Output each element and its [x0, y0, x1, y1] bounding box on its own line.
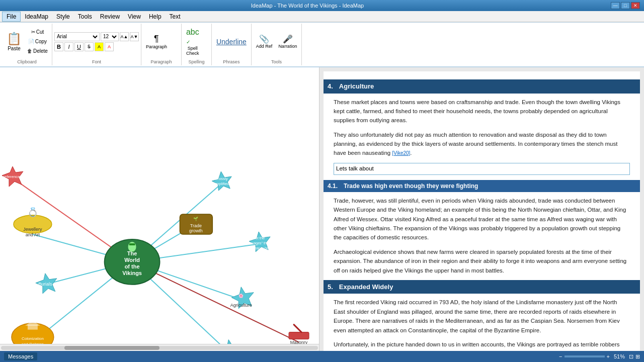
section5-para1: The first recorded Viking raid occurred … — [334, 298, 630, 335]
font-family-select[interactable]: Arial — [54, 32, 100, 41]
subsection41-title: Trade was high even though they were fig… — [344, 182, 478, 191]
paragraph-label: Paragraph — [143, 58, 179, 64]
menu-help[interactable]: Help — [145, 12, 166, 21]
fit-page-button[interactable]: ⊡ — [629, 353, 633, 360]
svg-text:simplified: simplified — [213, 182, 229, 186]
delete-button[interactable]: 🗑 Delete — [25, 47, 50, 56]
paste-button[interactable]: 📋 Paste — [4, 29, 24, 55]
svg-text:🌱: 🌱 — [193, 216, 198, 221]
svg-text:World: World — [124, 257, 140, 263]
ribbon: 📋 Paste ✂ Cut 📄 Copy 🗑 Delete — [0, 22, 644, 67]
tools-label: Tools — [254, 58, 300, 64]
section5-heading: 5. Expanded Widely — [324, 280, 640, 294]
menu-tools[interactable]: Tools — [74, 12, 96, 21]
svg-text:🌸: 🌸 — [238, 293, 244, 298]
narration-button[interactable]: 🎤 Narration — [276, 29, 299, 55]
svg-text:appear to be: appear to be — [249, 246, 269, 250]
svg-text:and Art: and Art — [26, 232, 40, 237]
bold-button[interactable]: B — [54, 42, 63, 51]
underline-icon: Underline — [216, 38, 247, 46]
font-color-button[interactable]: A — [105, 42, 114, 51]
app-title: IdeaMap - The World of the Vikings - Ide… — [4, 3, 611, 9]
scroll-track[interactable] — [1, 346, 318, 350]
menu-bar: File IdeaMap Style Tools Review View Hel… — [0, 11, 644, 22]
menu-view[interactable]: View — [124, 12, 145, 21]
messages-button[interactable]: Messages — [4, 352, 37, 360]
menu-text[interactable]: Text — [166, 12, 185, 21]
cut-button[interactable]: ✂ Cut — [25, 28, 50, 37]
section4-heading: 4. Agriculture — [324, 79, 640, 94]
status-bar: Messages − + 51% ⊡ ⊞ — [0, 351, 644, 362]
cut-icon: ✂ — [31, 29, 35, 35]
phrases-label: Phrases — [214, 58, 249, 64]
svg-text:Not the: Not the — [253, 236, 265, 240]
svg-text:growth: growth — [189, 228, 203, 233]
highlight-button[interactable]: A — [95, 42, 104, 51]
underline-button[interactable]: U — [74, 42, 84, 51]
ribbon-group-clipboard: 📋 Paste ✂ Cut 📄 Copy 🗑 Delete — [2, 24, 52, 65]
section4-num: 4. — [328, 81, 333, 92]
ribbon-group-paragraph: ¶ Paragraph Paragraph — [141, 24, 182, 65]
section5-title: Expanded Widely — [339, 282, 393, 292]
menu-style[interactable]: Style — [52, 12, 74, 21]
svg-text:Vikings: Vikings — [122, 270, 142, 276]
horizontal-scrollbar[interactable] — [0, 344, 319, 351]
zoom-page-button[interactable]: ⊞ — [635, 353, 640, 360]
document-content: 4. Agriculture These market places and t… — [324, 71, 640, 351]
subsection41-para2: Archaeological evidence shows that new f… — [334, 247, 630, 275]
increase-font-button[interactable]: A▲ — [120, 32, 129, 41]
zoom-out-button[interactable]: − — [559, 353, 562, 359]
menu-review[interactable]: Review — [96, 12, 124, 21]
subsection41-para1: Trade, however, was still plentiful, eve… — [334, 196, 630, 242]
underline-ribbon-button[interactable]: Underline — [214, 29, 249, 55]
title-bar: IdeaMap - The World of the Vikings - Ide… — [0, 0, 644, 11]
maximize-button[interactable]: □ — [621, 2, 630, 9]
spell-check-button[interactable]: abc✓ SpellCheck — [184, 29, 202, 55]
add-ref-icon: 📎 — [259, 34, 269, 44]
delete-icon: 🗑 — [27, 48, 32, 54]
edit-area[interactable]: Lets talk about — [334, 163, 630, 175]
svg-rect-17 — [129, 243, 135, 245]
section4-para1: These market places and towns were based… — [334, 98, 630, 125]
narration-icon: 🎤 — [283, 34, 293, 44]
italic-button[interactable]: I — [64, 42, 73, 51]
font-size-select[interactable]: 12 — [101, 32, 119, 41]
menu-ideamap[interactable]: IdeaMap — [21, 12, 52, 21]
paragraph-icon: ¶ — [154, 34, 159, 44]
section5-para2: Unfortunately, in the picture handed dow… — [334, 340, 630, 351]
add-ref-button[interactable]: 📎 Add Ref — [254, 29, 275, 55]
zoom-in-button[interactable]: + — [607, 353, 610, 359]
close-button[interactable]: ✕ — [631, 2, 640, 9]
svg-text:Agriculture: Agriculture — [230, 303, 252, 308]
svg-text:Colonization: Colonization — [22, 336, 44, 341]
scroll-thumb[interactable] — [64, 346, 159, 350]
document-pane[interactable]: 4. Agriculture These market places and t… — [319, 67, 644, 351]
paragraph-button[interactable]: ¶ Paragraph — [143, 29, 170, 55]
ribbon-content: 📋 Paste ✂ Cut 📄 Copy 🗑 Delete — [0, 22, 644, 66]
status-left: Messages — [4, 352, 37, 360]
paste-icon: 📋 — [7, 32, 22, 46]
svg-text:Trade: Trade — [190, 223, 202, 228]
window-controls: — □ ✕ — [611, 2, 640, 9]
strikethrough-button[interactable]: S̶ — [85, 42, 94, 51]
copy-icon: 📄 — [28, 39, 34, 44]
svg-text:💍: 💍 — [27, 207, 39, 218]
svg-rect-0 — [0, 68, 319, 349]
section4-title: Agriculture — [339, 81, 374, 92]
svg-text:references: references — [3, 174, 22, 179]
clipboard-label: Clipboard — [4, 58, 50, 64]
menu-file[interactable]: File — [2, 12, 21, 22]
svg-text:"savages" they: "savages" they — [247, 241, 271, 245]
main-area: The World of the Vikings 🌱 Trade growth … — [0, 67, 644, 351]
section5-num: 5. — [328, 282, 333, 292]
svg-rect-46 — [289, 332, 309, 339]
ribbon-group-font: Arial 12 A▲ A▼ B I U S̶ A A — [52, 24, 141, 65]
mindmap-pane: The World of the Vikings 🌱 Trade growth … — [0, 67, 319, 351]
decrease-font-button[interactable]: A▼ — [130, 32, 139, 41]
mindmap-svg[interactable]: The World of the Vikings 🌱 Trade growth … — [0, 67, 319, 351]
copy-button[interactable]: 📄 Copy — [25, 37, 50, 46]
zoom-slider[interactable] — [565, 355, 605, 357]
minimize-button[interactable]: — — [611, 2, 620, 9]
citation-link[interactable]: [Vike20] — [392, 150, 410, 156]
ribbon-group-spelling: abc✓ SpellCheck Spelling — [182, 24, 212, 65]
